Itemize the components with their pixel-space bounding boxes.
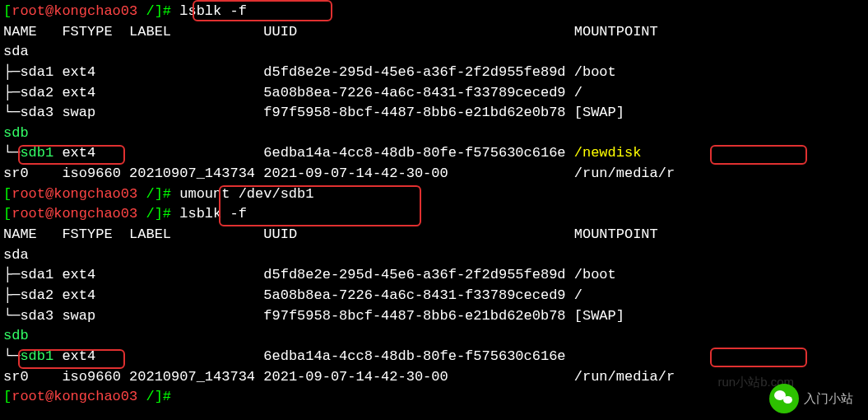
device-sda1: ├─sda1 ext4 d5fd8e2e-295d-45e6-a36f-2f2d… (3, 63, 865, 83)
device-sda2: ├─sda2 ext4 5a08b8ea-7226-4a6c-8431-f337… (3, 83, 865, 104)
terminal-line: [root@kongchao03 /]# lsblk -f (3, 2, 865, 22)
lsblk-header: NAME FSTYPE LABEL UUID MOUNTPOINT (3, 225, 865, 245)
terminal-line: [root@kongchao03 /]# umount /dev/sdb1 (3, 184, 865, 205)
terminal-line: [root@kongchao03 /]# lsblk -f (3, 204, 865, 225)
command-umount: umount /dev/sdb1 (179, 186, 313, 202)
device-sda1: ├─sda1 ext4 d5fd8e2e-295d-45e6-a36f-2f2d… (3, 265, 865, 286)
command-lsblk2: lsblk -f (179, 206, 247, 222)
device-sdb1: └─sdb1 ext4 6edba14a-4cc8-48db-80fe-f575… (3, 143, 865, 164)
lsblk-header: NAME FSTYPE LABEL UUID MOUNTPOINT (3, 22, 865, 43)
prompt-user: root@kongchao03 (12, 3, 137, 19)
command-lsblk: lsblk -f (179, 3, 247, 19)
device-sdb: sdb (3, 326, 865, 347)
device-sda: sda (3, 245, 865, 266)
device-sda3: └─sda3 swap f97f5958-8bcf-4487-8bb6-e21b… (3, 306, 865, 327)
device-sda2: ├─sda2 ext4 5a08b8ea-7226-4a6c-8431-f337… (3, 286, 865, 306)
wechat-icon (769, 384, 799, 413)
device-sr0: sr0 iso9660 20210907_143734 2021-09-07-1… (3, 164, 865, 184)
device-sda3: └─sda3 swap f97f5958-8bcf-4487-8bb6-e21b… (3, 103, 865, 124)
device-sdb1-unmounted: └─sdb1 ext4 6edba14a-4cc8-48db-80fe-f575… (3, 347, 865, 367)
device-sdb: sdb (3, 124, 865, 144)
wechat-badge: 入门小站 (769, 384, 853, 413)
mountpoint-newdisk: /newdisk (574, 145, 642, 161)
device-sda: sda (3, 42, 865, 63)
